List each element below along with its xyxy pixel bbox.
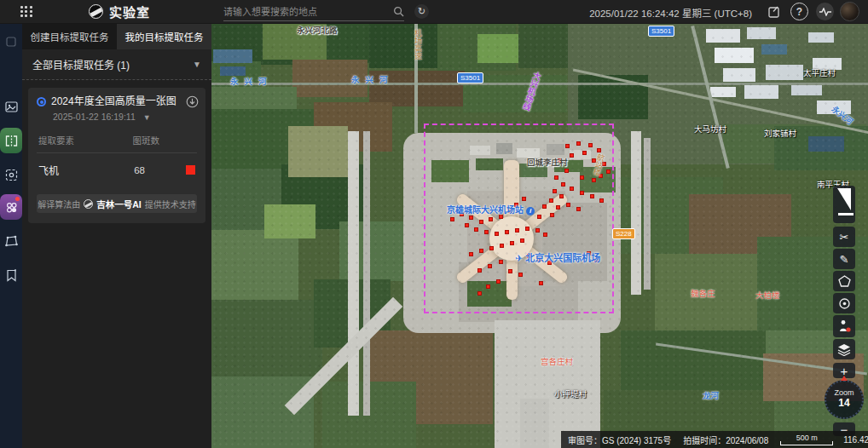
detection-box[interactable] — [582, 151, 587, 155]
user-avatar[interactable] — [840, 2, 859, 21]
location-search[interactable] — [223, 3, 404, 21]
streetview-tool[interactable] — [833, 315, 855, 337]
detection-box[interactable] — [495, 232, 499, 236]
task-timestamp-toggle[interactable]: 2025-01-22 16:19:11 ▼ — [53, 112, 199, 122]
detection-box[interactable] — [539, 281, 543, 285]
detection-box[interactable] — [500, 244, 504, 248]
detection-box[interactable] — [561, 182, 565, 187]
detection-box[interactable] — [518, 273, 523, 277]
task-card[interactable]: 2024年度全国高质量一张图 2025-01-22 16:19:11 ▼ 提取要… — [28, 88, 205, 223]
detection-box[interactable] — [510, 241, 514, 245]
detection-box[interactable] — [565, 144, 570, 148]
detect-area-icon[interactable] — [0, 162, 22, 187]
imagery-icon[interactable] — [0, 94, 22, 119]
detection-box[interactable] — [469, 252, 473, 256]
detection-box[interactable] — [590, 194, 594, 198]
detection-box[interactable] — [588, 143, 593, 147]
detection-box[interactable] — [474, 227, 478, 232]
detection-box[interactable] — [592, 158, 596, 163]
detection-box[interactable] — [450, 217, 454, 221]
detection-box[interactable] — [515, 228, 519, 233]
detection-box[interactable] — [602, 162, 606, 166]
detection-box[interactable] — [576, 141, 581, 146]
table-row[interactable]: 飞机 68 — [37, 153, 197, 179]
detection-box[interactable] — [469, 215, 473, 220]
compare-swipe-icon[interactable] — [0, 128, 22, 153]
satellite-map[interactable]: 永兴河北路永兴河永兴河机场高速S3501S3501大兴机场线回城李庄村京雄城际大… — [211, 24, 868, 448]
reset-view-icon[interactable]: ↻ — [414, 4, 429, 19]
detection-box[interactable] — [580, 175, 584, 180]
detection-box[interactable] — [525, 227, 529, 231]
tab-my-tasks[interactable]: 我的目标提取任务 — [117, 24, 211, 49]
target-extraction-icon[interactable] — [0, 194, 22, 220]
detection-box[interactable] — [558, 158, 562, 163]
detection-box[interactable] — [522, 197, 526, 201]
polygon-tool[interactable] — [833, 271, 855, 291]
detection-box[interactable] — [520, 238, 524, 243]
download-icon[interactable] — [186, 95, 199, 108]
feedback-icon[interactable] — [765, 3, 783, 20]
layers-tool[interactable] — [833, 339, 855, 359]
search-input[interactable] — [223, 7, 393, 17]
detection-box[interactable] — [564, 169, 569, 173]
detection-box[interactable] — [549, 198, 553, 203]
detection-box[interactable] — [594, 258, 599, 262]
detection-box[interactable] — [535, 228, 540, 233]
task-filter-dropdown[interactable]: 全部目标提取任务 (1) ▼ — [22, 49, 211, 80]
detection-box[interactable] — [489, 217, 493, 221]
detection-box[interactable] — [543, 233, 547, 237]
detection-box[interactable] — [556, 205, 560, 210]
detection-box[interactable] — [597, 148, 601, 152]
swipe-compare-tool[interactable] — [833, 186, 855, 223]
rail-home-icon[interactable] — [0, 29, 22, 55]
detection-box[interactable] — [566, 203, 570, 207]
detection-box[interactable] — [537, 257, 541, 261]
search-icon[interactable] — [393, 6, 404, 17]
detection-box[interactable] — [508, 209, 512, 213]
measure-tool[interactable]: ✎ — [833, 249, 855, 269]
detection-box[interactable] — [553, 189, 557, 193]
detection-box[interactable] — [479, 249, 483, 253]
detection-box[interactable] — [527, 254, 531, 258]
detection-box[interactable] — [499, 260, 503, 264]
detection-box[interactable] — [542, 204, 547, 209]
detection-box[interactable] — [592, 178, 596, 182]
detection-box[interactable] — [537, 215, 541, 219]
detection-box[interactable] — [554, 175, 558, 180]
detection-box[interactable] — [514, 203, 518, 207]
detection-box[interactable] — [488, 264, 492, 268]
detection-box[interactable] — [570, 187, 574, 191]
detection-box[interactable] — [529, 210, 533, 215]
polygon-draw-icon[interactable] — [0, 228, 22, 254]
help-icon[interactable]: ? — [790, 3, 808, 20]
detection-box[interactable] — [484, 230, 489, 234]
detection-box[interactable] — [479, 220, 483, 224]
detection-box[interactable] — [486, 284, 490, 289]
detection-box[interactable] — [587, 251, 591, 256]
detection-box[interactable] — [547, 261, 552, 265]
detection-box[interactable] — [559, 194, 564, 198]
detection-box[interactable] — [489, 246, 494, 250]
app-launcher-icon[interactable] — [20, 6, 32, 18]
detection-box[interactable] — [460, 212, 464, 216]
detection-box[interactable] — [606, 169, 610, 174]
detection-box[interactable] — [505, 230, 509, 234]
tab-create-task[interactable]: 创建目标提取任务 — [22, 24, 117, 49]
detection-box[interactable] — [576, 207, 581, 211]
detection-box[interactable] — [580, 191, 584, 195]
task-radio[interactable] — [37, 97, 46, 106]
clip-tool[interactable]: ✂ — [833, 227, 855, 247]
detection-box[interactable] — [550, 213, 554, 217]
detection-box[interactable] — [599, 198, 604, 203]
task-title[interactable]: 2024年度全国高质量一张图 — [51, 95, 182, 108]
detection-box[interactable] — [477, 268, 482, 273]
detection-box[interactable] — [499, 215, 503, 219]
bookmark-add-icon[interactable] — [0, 262, 22, 288]
detection-box[interactable] — [465, 223, 469, 227]
detection-box[interactable] — [508, 269, 512, 273]
locate-tool[interactable] — [833, 293, 855, 313]
zoom-level-dial[interactable]: Zoom 14 — [825, 380, 864, 419]
detection-box[interactable] — [496, 279, 501, 284]
detection-box[interactable] — [599, 174, 603, 178]
activity-icon[interactable] — [816, 3, 834, 20]
